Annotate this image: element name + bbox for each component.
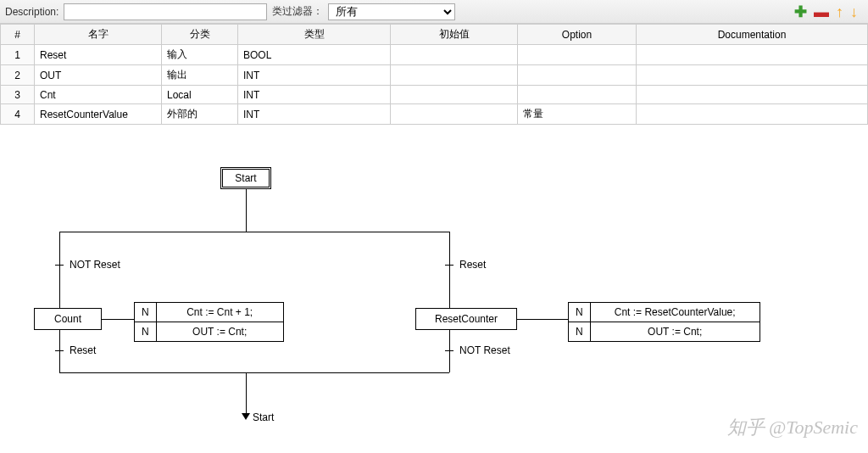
cell-name[interactable]: Reset: [35, 45, 162, 65]
col-doc[interactable]: Documentation: [637, 25, 868, 45]
cell-opt[interactable]: 常量: [518, 104, 637, 125]
transition-label: NOT Reset: [70, 259, 120, 271]
connector: [59, 232, 449, 232]
watermark: 知乎 @TopSemic: [727, 415, 858, 440]
table-row[interactable]: 1Reset输入BOOL: [1, 45, 868, 65]
filter-label: 类过滤器：: [272, 4, 323, 19]
col-name[interactable]: 名字: [35, 25, 162, 45]
cell-cat[interactable]: Local: [162, 86, 238, 104]
remove-icon[interactable]: ▬: [814, 4, 829, 20]
col-idx[interactable]: #: [1, 25, 35, 45]
table-row[interactable]: 4ResetCounterValue外部的INT常量: [1, 104, 868, 125]
description-input[interactable]: [64, 3, 267, 20]
connector: [449, 330, 450, 372]
cell-name[interactable]: ResetCounterValue: [35, 104, 162, 125]
cell-name[interactable]: Cnt: [35, 86, 162, 104]
arrowhead-icon: [242, 413, 250, 420]
col-init[interactable]: 初始值: [391, 25, 518, 45]
cell-type[interactable]: INT: [238, 65, 391, 86]
cell-opt[interactable]: [518, 86, 637, 104]
cell-type[interactable]: BOOL: [238, 45, 391, 65]
col-type[interactable]: 类型: [238, 25, 391, 45]
cell-opt[interactable]: [518, 45, 637, 65]
connector: [246, 372, 247, 415]
cell-idx[interactable]: 3: [1, 86, 35, 104]
transition-label: Reset: [70, 344, 96, 356]
move-up-icon[interactable]: ↑: [836, 4, 843, 20]
cell-init[interactable]: [391, 65, 518, 86]
cell-init[interactable]: [391, 45, 518, 65]
transition-tick: [445, 350, 453, 351]
cell-init[interactable]: [391, 104, 518, 125]
cell-type[interactable]: INT: [238, 86, 391, 104]
cell-cat[interactable]: 输出: [162, 65, 238, 86]
cell-idx[interactable]: 4: [1, 104, 35, 125]
sfc-diagram: Start NOT Reset Reset Count ResetCounter…: [0, 167, 868, 447]
description-label: Description:: [5, 6, 58, 18]
transition-label: NOT Reset: [459, 344, 510, 356]
action-block-resetcounter[interactable]: NCnt := ResetCounterValue; NOUT := Cnt;: [568, 302, 760, 342]
col-cat[interactable]: 分类: [162, 25, 238, 45]
table-header-row: # 名字 分类 类型 初始值 Option Documentation: [1, 25, 868, 45]
table-row[interactable]: 3CntLocalINT: [1, 86, 868, 104]
action-block-count[interactable]: NCnt := Cnt + 1; NOUT := Cnt;: [134, 302, 284, 342]
cell-init[interactable]: [391, 86, 518, 104]
step-count[interactable]: Count: [34, 308, 102, 330]
jump-label: Start: [253, 411, 274, 423]
cell-doc[interactable]: [637, 86, 868, 104]
cell-type[interactable]: INT: [238, 104, 391, 125]
col-opt[interactable]: Option: [518, 25, 637, 45]
connector: [246, 189, 247, 232]
transition-tick: [445, 265, 453, 266]
toolbar: Description: 类过滤器： 所有 ✚ ▬ ↑ ↓: [0, 0, 868, 24]
add-icon[interactable]: ✚: [794, 4, 807, 20]
cell-doc[interactable]: [637, 45, 868, 65]
transition-tick: [55, 265, 64, 266]
connector: [449, 232, 450, 308]
step-start[interactable]: Start: [220, 167, 271, 189]
cell-doc[interactable]: [637, 104, 868, 125]
cell-doc[interactable]: [637, 65, 868, 86]
step-resetcounter[interactable]: ResetCounter: [415, 308, 517, 330]
cell-idx[interactable]: 2: [1, 65, 35, 86]
move-down-icon[interactable]: ↓: [850, 4, 858, 20]
transition-label: Reset: [459, 259, 486, 271]
connector: [102, 319, 134, 320]
connector: [59, 372, 449, 373]
cell-cat[interactable]: 输入: [162, 45, 238, 65]
connector: [517, 319, 568, 320]
sfc-diagram-pane: Start NOT Reset Reset Count ResetCounter…: [0, 125, 868, 447]
connector: [59, 232, 60, 308]
connector: [59, 330, 60, 372]
toolbar-actions: ✚ ▬ ↑ ↓: [794, 4, 863, 20]
cell-name[interactable]: OUT: [35, 65, 162, 86]
variables-table: # 名字 分类 类型 初始值 Option Documentation 1Res…: [0, 24, 868, 125]
transition-tick: [55, 350, 64, 351]
cell-idx[interactable]: 1: [1, 45, 35, 65]
cell-cat[interactable]: 外部的: [162, 104, 238, 125]
filter-select[interactable]: 所有: [328, 3, 455, 20]
cell-opt[interactable]: [518, 65, 637, 86]
table-row[interactable]: 2OUT输出INT: [1, 65, 868, 86]
